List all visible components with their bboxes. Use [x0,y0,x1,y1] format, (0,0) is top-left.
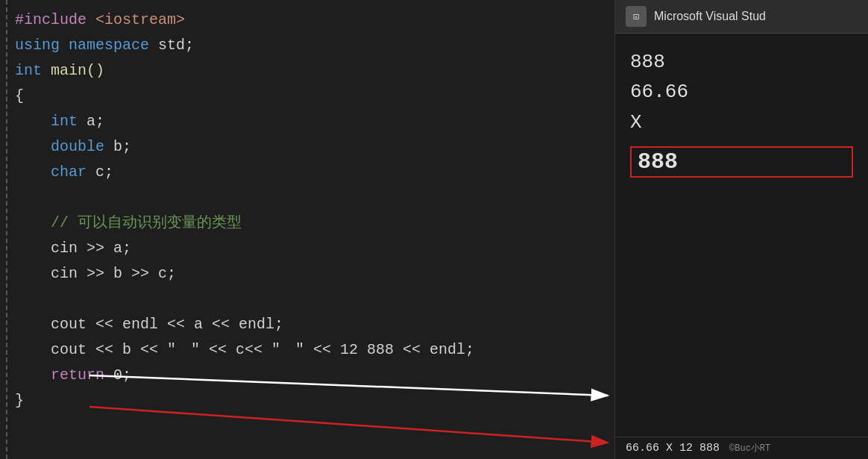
token: cin >> b >> c; [15,261,176,287]
code-line-15: return 0; [0,363,614,388]
bottom-bar-text: 66.66 X 12 888 [626,442,720,455]
token: cout << b << " " << c<< " " << 12 888 <<… [15,337,474,363]
token: char [51,160,95,185]
code-line-13: cout << endl << a << endl; [0,312,614,337]
token: c; [95,160,113,185]
code-editor: #include <iostream> using namespace std;… [0,0,614,459]
code-line-4: { [0,84,614,109]
token: 0; [113,363,131,388]
code-line-11: cin >> b >> c; [0,261,614,287]
token: <iostream> [95,7,185,33]
token [15,134,51,160]
code-line-12 [0,287,614,312]
token [15,109,51,134]
code-line-1: #include <iostream> [0,7,614,33]
token: std; [158,33,194,58]
code-line-5: int a; [0,109,614,134]
token: { [15,84,24,109]
output-line-2: 66.66 [630,78,853,105]
code-line-14: cout << b << " " << c<< " " << 12 888 <<… [0,337,614,363]
popup-output: 888 66.66 X 888 [615,34,868,437]
token: main() [51,58,104,84]
main-container: #include <iostream> using namespace std;… [0,0,868,459]
token [15,160,51,185]
popup-bottom-bar: 66.66 X 12 888 ©Buc小RT [615,437,868,459]
token: int [15,58,51,84]
token: b; [113,134,131,160]
dashed-line [6,0,7,459]
token: // 可以自动识别变量的类型 [15,210,242,236]
code-line-9: // 可以自动识别变量的类型 [0,210,614,236]
token: namespace [69,33,158,58]
code-line-6: double b; [0,134,614,160]
highlighted-value: 888 [630,146,853,178]
token: return [51,363,113,388]
code-line-3: int main() [0,58,614,84]
token: } [15,388,24,413]
output-line-3: X [630,109,853,136]
token: cout << endl << a << endl; [15,312,283,337]
popup-header: ⊡ Microsoft Visual Stud [615,0,868,34]
token: a; [87,109,104,134]
popup-panel: ⊡ Microsoft Visual Stud 888 66.66 X 888 … [614,0,868,459]
watermark-text: ©Buc小RT [729,443,770,454]
token: cin >> a; [15,236,131,261]
token: #include [15,7,95,33]
popup-header-title: Microsoft Visual Stud [654,10,766,23]
vs-icon: ⊡ [633,10,639,23]
code-line-8 [0,185,614,210]
output-line-1: 888 [630,49,853,75]
code-line-2: using namespace std; [0,33,614,58]
code-line-16: } [0,388,614,413]
code-line-7: char c; [0,160,614,185]
popup-header-icon: ⊡ [626,6,647,27]
token: using [15,33,69,58]
token [15,363,51,388]
code-line-10: cin >> a; [0,236,614,261]
token: double [51,134,113,160]
token: int [51,109,87,134]
